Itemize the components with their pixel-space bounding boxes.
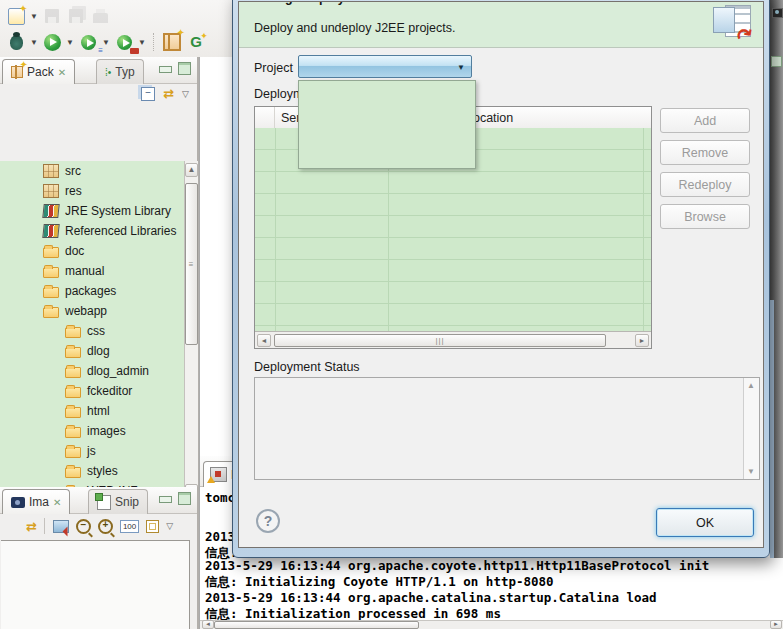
folder-icon [65,447,81,458]
link-with-editor-icon[interactable]: ⇄ [163,86,174,101]
tab-package-explorer[interactable]: Pack ✕ [2,59,75,84]
tree-item[interactable]: webapp [0,301,186,321]
table-horizontal-scrollbar[interactable]: ◄ ||| ► [255,331,651,348]
browse-button[interactable]: Browse [660,204,750,229]
run-history-icon[interactable]: ≡ [77,31,99,53]
console-line: 2013-5-29 16:13:44 org.apache.coyote.htt… [205,558,709,574]
minimize-icon[interactable] [159,496,172,503]
scroll-right-icon[interactable]: ► [635,334,649,347]
library-icon [42,224,59,238]
debug-icon[interactable] [5,31,27,53]
scroll-up-icon[interactable]: ▲ [185,163,198,177]
tab-label: Ima [29,495,49,509]
ok-button[interactable]: OK [656,508,754,537]
tree-item[interactable]: styles [0,461,186,481]
console-line-fragment: 2013 [205,529,235,545]
save-all-icon[interactable] [65,5,87,27]
edit-image-icon[interactable] [53,520,69,533]
folder-icon [65,467,81,478]
maximize-icon[interactable] [178,62,191,75]
scroll-down-icon[interactable]: ▼ [746,467,756,476]
maximize-icon[interactable] [178,492,191,505]
minimize-icon[interactable] [159,66,172,73]
zoom-out-icon[interactable]: − [76,519,91,534]
view-menu-icon[interactable]: ▽ [182,89,189,99]
console-log[interactable]: 2013-5-29 16:13:44 org.apache.coyote.htt… [205,558,709,622]
scrollbar-thumb[interactable]: ||| [274,334,606,347]
close-icon[interactable]: ✕ [58,67,66,78]
tree-item-label: packages [65,284,116,298]
tab-snippets[interactable]: Snip [88,489,148,514]
dialog-glow [770,300,774,558]
save-icon[interactable] [41,5,63,27]
tree-item[interactable]: dlog [0,341,186,361]
tab-image[interactable]: Ima ✕ [2,489,70,514]
remove-button[interactable]: Remove [660,140,750,165]
dialog-title: Manage Deployments [253,2,382,5]
tree-item[interactable]: dlog_admin [0,361,186,381]
tree-item-label: webapp [65,304,107,318]
tree-item[interactable]: manual [0,261,186,281]
run-icon[interactable] [41,31,63,53]
scroll-left-icon[interactable]: ◄ [257,334,271,347]
help-button[interactable]: ? [256,509,280,533]
new-wizard-icon[interactable] [5,5,27,27]
chevron-down-icon[interactable]: ▼ [457,63,465,72]
status-vertical-scrollbar[interactable]: ▲ ▼ [743,378,759,479]
folder-icon [65,347,81,358]
view-menu-icon[interactable]: ▽ [166,521,173,531]
tree-item[interactable]: JRE System Library [0,201,186,221]
tree-item[interactable]: images [0,421,186,441]
tree-item[interactable]: html [0,401,186,421]
debug-dropdown-icon[interactable]: ▼ [29,31,39,53]
add-button[interactable]: Add [660,108,750,133]
new-java-project-icon[interactable] [161,31,183,53]
tree-item[interactable]: doc [0,241,186,261]
tab-type-hierarchy[interactable]: ⁞• Typ [96,59,144,84]
folder-icon [43,247,59,258]
scrollbar-thumb[interactable]: ≡ [185,183,198,345]
run-server-icon[interactable] [113,31,135,53]
scroll-up-icon[interactable]: ▲ [746,381,756,390]
console-horizontal-scrollbar[interactable]: ◄ ► [200,620,783,629]
background-window-strip [770,0,783,558]
tree-item[interactable]: res [0,181,186,201]
image-panel-content [1,540,190,629]
project-dropdown-popup[interactable] [298,80,476,169]
tree-item[interactable]: fckeditor [0,381,186,401]
tree-item-label: js [87,444,96,458]
tree-item[interactable]: css [0,321,186,341]
tree-item[interactable]: Referenced Libraries [0,221,186,241]
collapse-all-icon[interactable]: − [141,87,155,101]
tree-item[interactable]: src [0,161,186,181]
package-explorer-icon [11,66,23,78]
tab-label: Snip [115,495,139,509]
zoom-in-icon[interactable]: + [98,519,113,534]
folder-icon [65,387,81,398]
close-icon[interactable]: ✕ [53,497,61,508]
run-dropdown-icon[interactable]: ▼ [65,31,75,53]
table-header-location[interactable]: Location [460,107,651,128]
link-with-editor-icon[interactable]: ⇄ [26,519,37,534]
fit-to-window-icon[interactable] [146,520,159,533]
tree-item-label: html [87,404,110,418]
scroll-left-icon[interactable]: ◄ [202,620,214,629]
scroll-right-icon[interactable]: ► [770,620,782,629]
dialog-header: Manage Deployments Deploy and undeploy J… [239,2,763,48]
tree-item-label: manual [65,264,104,278]
console-icon [210,467,227,482]
type-hierarchy-icon: ⁞• [105,67,111,78]
project-combobox[interactable]: ▼ [298,55,472,78]
tree-item[interactable]: packages [0,281,186,301]
print-icon[interactable] [89,5,111,27]
redeploy-button[interactable]: Redeploy [660,172,750,197]
scrollbar-thumb[interactable] [214,621,419,629]
new-wizard-dropdown-icon[interactable]: ▼ [29,5,39,27]
actual-size-icon[interactable]: 100 [120,520,139,533]
tree-item-label: res [65,184,82,198]
tree-item[interactable]: js [0,441,186,461]
tree-vertical-scrollbar[interactable]: ▲ ≡ ▼ [184,161,198,514]
deployment-status-box[interactable]: ▲ ▼ [254,377,760,480]
folder-icon [43,287,59,298]
new-class-icon[interactable]: G [185,31,207,53]
